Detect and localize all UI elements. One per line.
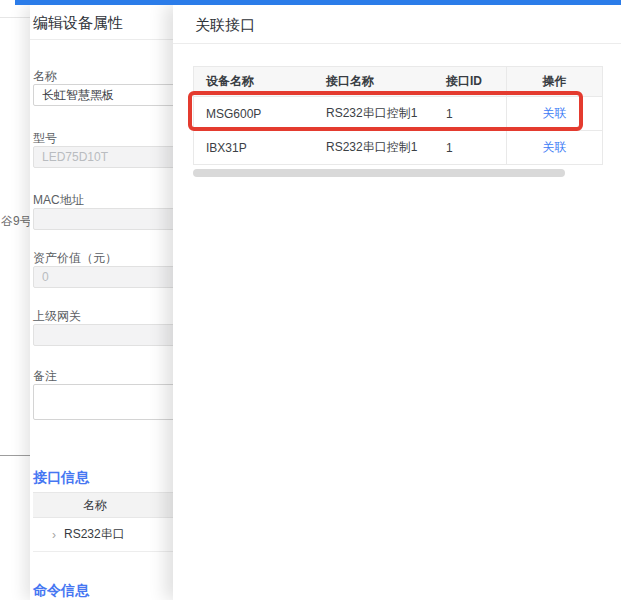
associated-interfaces-table: 设备名称 接口名称 接口ID 操作 MSG600P RS232串口控制1 1 关… [193,66,603,165]
panel-title: 关联接口 [173,5,621,44]
interface-info-title: 接口信息 [33,469,89,487]
cell-interface-id: 1 [434,97,506,130]
header-interface-name: 接口名称 [314,67,434,96]
cell-device-name: IBX31P [194,131,314,164]
cell-interface-name: RS232串口控制1 [314,131,434,164]
background-divider [0,455,30,456]
command-info-title: 命令信息 [33,582,89,600]
interface-table-header-name: 名称 [83,497,107,514]
top-accent-bar [15,0,621,5]
cell-interface-id: 1 [434,131,506,164]
table-row[interactable]: MSG600P RS232串口控制1 1 关联 [194,97,602,131]
header-interface-id: 接口ID [434,67,506,96]
interface-row-name: RS232串口 [64,526,125,543]
associated-interfaces-panel: 关联接口 设备名称 接口名称 接口ID 操作 MSG600P RS232串口控制… [173,5,621,600]
header-action: 操作 [506,67,602,96]
associate-link[interactable]: 关联 [543,105,567,122]
expand-arrow-icon[interactable]: › [33,528,64,542]
background-divider [0,17,30,18]
cell-device-name: MSG600P [194,97,314,130]
table-header-row: 设备名称 接口名称 接口ID 操作 [194,67,602,97]
associate-link[interactable]: 关联 [543,139,567,156]
table-row[interactable]: IBX31P RS232串口控制1 1 关联 [194,131,602,165]
screen: 谷9号 编辑设备属性 名称 型号 MAC地址 资产价值（元） 上级网关 备注 [0,0,621,600]
panel-header: 关联接口 [173,5,621,44]
background-partial-text: 谷9号 [1,213,32,230]
horizontal-scrollbar-thumb[interactable] [193,169,565,177]
cell-interface-name: RS232串口控制1 [314,97,434,130]
header-device-name: 设备名称 [194,67,314,96]
